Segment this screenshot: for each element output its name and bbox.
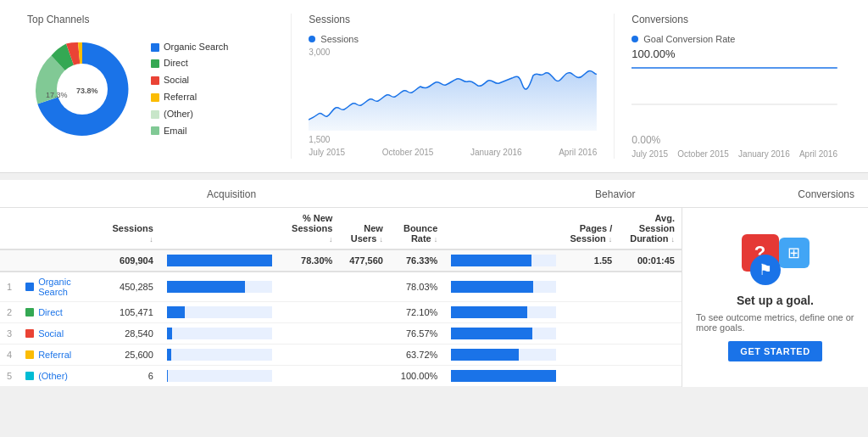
new-users-3	[339, 323, 390, 345]
top-channels-title: Top Channels	[27, 14, 274, 25]
conv-icons: ? ⊞ ⚑	[742, 234, 810, 285]
puzzle-icon: ⊞	[779, 238, 810, 268]
total-num	[0, 249, 19, 272]
sessions-bar-1	[160, 272, 279, 302]
behavior-header: Behavior	[432, 188, 798, 207]
pct-new-1	[279, 272, 340, 302]
pages-3	[563, 323, 619, 345]
bounce-5: 100.00%	[390, 366, 444, 387]
bounce-bar-col-header	[444, 208, 563, 249]
conversions-top-title: Conversions	[632, 14, 837, 25]
top-channels-card: Top Channels 17	[14, 14, 292, 159]
social-dot-row	[25, 329, 34, 338]
legend-direct: Direct	[151, 55, 228, 72]
duration-4	[619, 345, 682, 366]
duration-sort-icon: ↓	[671, 235, 676, 244]
total-pct-new: 78.30%	[279, 249, 340, 272]
duration-3	[619, 323, 682, 345]
bottom-table-area: Sessions ↓ % New Sessions ↓ New Users ↓	[0, 208, 868, 387]
direct-dot	[151, 59, 159, 68]
sessions-bar-5	[160, 366, 279, 387]
conv-x-labels: July 2015 October 2015 January 2016 Apri…	[632, 149, 837, 159]
row-num-4: 4	[0, 345, 19, 366]
duration-1	[619, 272, 682, 302]
sessions-bar-col-header	[160, 208, 279, 249]
other-dot	[151, 110, 159, 119]
bounce-bar-3	[444, 323, 563, 345]
pages-5	[563, 366, 619, 387]
top-section: Top Channels 17	[0, 0, 868, 173]
referral-link[interactable]: Referral	[25, 350, 97, 360]
new-users-4	[339, 345, 390, 366]
sessions-1: 450,285	[104, 272, 160, 302]
email-dot	[151, 126, 159, 135]
sessions-bar-3	[160, 323, 279, 345]
sessions-metric-label: Sessions	[309, 34, 597, 44]
new-users-1	[339, 272, 390, 302]
pct-new-3	[279, 323, 340, 345]
duration-2	[619, 302, 682, 323]
pie-chart: 17.3% 73.8%	[27, 34, 137, 144]
channel-cell-4: Referral	[19, 345, 104, 366]
pie-section: 17.3% 73.8% Organic Search Direct Social	[27, 34, 274, 144]
total-bounce-bar	[444, 249, 563, 272]
direct-link[interactable]: Direct	[25, 307, 97, 317]
conv-metric-label: Goal Conversion Rate	[632, 34, 837, 44]
get-started-button[interactable]: GET STARTED	[728, 341, 821, 361]
y-max-label: 3,000	[309, 48, 597, 57]
social-link[interactable]: Social	[25, 328, 97, 339]
svg-text:17.3%: 17.3%	[46, 91, 68, 99]
total-channel	[19, 249, 104, 272]
bounce-bar-5	[444, 366, 563, 387]
sessions-bar-4	[160, 345, 279, 366]
total-sessions-bar	[160, 249, 279, 272]
bottom-header: Acquisition Behavior Conversions	[0, 180, 868, 208]
conv-chart	[632, 64, 837, 106]
total-duration: 00:01:45	[619, 249, 682, 272]
social-dot	[151, 76, 159, 85]
sessions-title: Sessions	[309, 14, 597, 25]
bounce-bar-2	[444, 302, 563, 323]
conv-bottom-value: 0.00%	[632, 134, 837, 146]
sessions-card: Sessions Sessions 3,000 1,500 Ju	[292, 14, 615, 159]
main-table: Sessions ↓ % New Sessions ↓ New Users ↓	[0, 208, 682, 387]
total-new-users: 477,560	[339, 249, 390, 272]
total-pages: 1.55	[563, 249, 619, 272]
new-users-5	[339, 366, 390, 387]
organic-search-link[interactable]: Organic Search	[25, 277, 97, 297]
bounce-1: 78.03%	[390, 272, 444, 302]
referral-dot	[151, 93, 159, 102]
sessions-3: 28,540	[104, 323, 160, 345]
bounce-3: 76.57%	[390, 323, 444, 345]
flag-icon: ⚑	[750, 255, 781, 285]
legend-other: (Other)	[151, 106, 228, 123]
sessions-5: 6	[104, 366, 160, 387]
bounce-bar-1	[444, 272, 563, 302]
sessions-sort-icon: ↓	[149, 235, 153, 244]
legend-email: Email	[151, 123, 228, 140]
bounce-bar-4	[444, 345, 563, 366]
y-mid-label: 1,500	[309, 135, 597, 144]
total-row: 609,904 78.30% 477,560 76.33% 1.55 00:01…	[0, 249, 682, 272]
pct-new-5	[279, 366, 340, 387]
table-row: 4 Referral 25,600 63	[0, 345, 682, 366]
pages-col-header: Pages / Session ↓	[563, 208, 619, 249]
sessions-dot	[309, 36, 315, 42]
table-row: 3 Social 28,540 76.5	[0, 323, 682, 345]
other-link[interactable]: (Other)	[25, 371, 97, 381]
num-col-header	[0, 208, 19, 249]
acquisition-header: Acquisition	[31, 188, 432, 207]
row-num-1: 1	[0, 272, 19, 302]
conv-setup-desc: To see outcome metrics, define one or mo…	[696, 312, 854, 333]
table-row: 5 (Other) 6 100.00%	[0, 366, 682, 387]
channel-cell-5: (Other)	[19, 366, 104, 387]
pages-4	[563, 345, 619, 366]
bounce-sort-icon: ↓	[434, 235, 438, 244]
sessions-col-header: Sessions ↓	[104, 208, 160, 249]
legend-social: Social	[151, 72, 228, 89]
bounce-2: 72.10%	[390, 302, 444, 323]
conversions-bottom-header: Conversions	[798, 188, 854, 207]
legend: Organic Search Direct Social Referral (O…	[151, 39, 228, 140]
pct-new-col-header: % New Sessions ↓	[279, 208, 340, 249]
referral-dot-row	[25, 350, 34, 359]
